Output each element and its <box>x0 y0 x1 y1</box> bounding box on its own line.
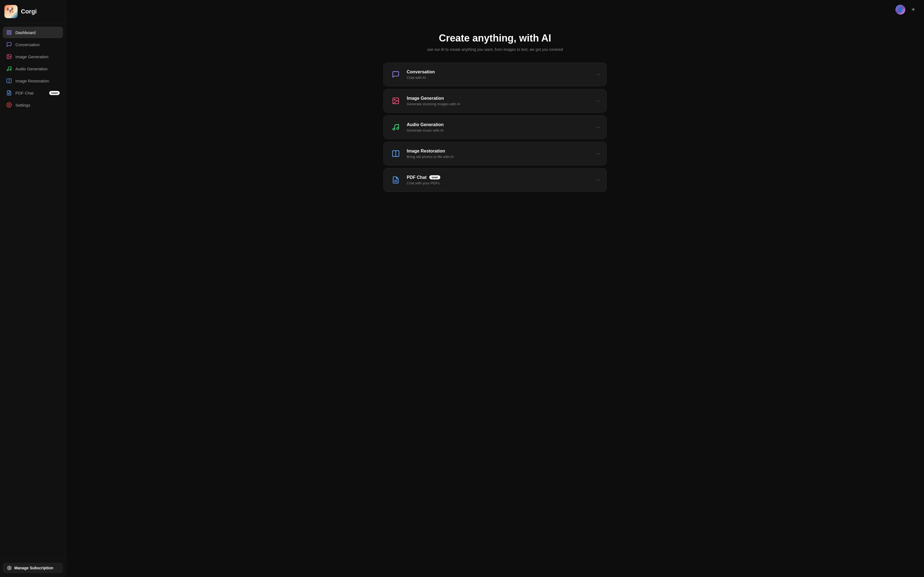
sun-icon: ☀ <box>911 6 916 13</box>
audio-generation-card-desc: Generate music with AI <box>407 128 590 132</box>
sidebar-header: Corgi <box>0 0 66 23</box>
conversation-icon <box>6 42 12 48</box>
page-subtitle: use our AI to create anything you want, … <box>383 47 607 52</box>
svg-point-12 <box>8 105 10 106</box>
pdf-chat-soon-badge: soon <box>49 91 60 95</box>
settings-icon <box>6 102 12 108</box>
conversation-card-icon <box>390 68 402 81</box>
image-restoration-card-title: Image Restoration <box>407 149 590 153</box>
sidebar-item-dashboard-label: Dashboard <box>15 30 36 35</box>
pdf-chat-icon <box>6 90 12 96</box>
svg-point-15 <box>394 99 395 100</box>
manage-subscription-button[interactable]: Manage Subscription <box>3 563 63 573</box>
feature-card-audio-generation[interactable]: Audio Generation Generate music with AI … <box>383 115 607 139</box>
page-title: Create anything, with AI <box>383 32 607 44</box>
pdf-chat-card-arrow: → <box>595 177 600 183</box>
audio-generation-card-text: Audio Generation Generate music with AI <box>407 122 590 132</box>
sidebar-item-audio-generation[interactable]: Audio Generation <box>3 63 63 74</box>
pdf-chat-card-text: PDF Chat soon Chat with your PDFs <box>407 175 590 185</box>
image-generation-icon <box>6 53 12 60</box>
sidebar-item-image-generation-label: Image Generation <box>15 55 48 59</box>
manage-subscription-label: Manage Subscription <box>14 566 53 570</box>
topbar: ☀ <box>66 0 924 19</box>
conversation-card-arrow: → <box>595 72 600 77</box>
svg-point-7 <box>10 69 11 70</box>
audio-generation-icon <box>6 66 12 72</box>
feature-card-pdf-chat[interactable]: PDF Chat soon Chat with your PDFs → <box>383 168 607 192</box>
feature-card-image-restoration[interactable]: Image Restoration Bring old photos to li… <box>383 142 607 165</box>
main-inner: Create anything, with AI use our AI to c… <box>377 19 613 205</box>
pdf-chat-card-title: PDF Chat soon <box>407 175 590 180</box>
svg-point-6 <box>7 69 8 71</box>
image-restoration-icon <box>6 78 12 84</box>
image-generation-card-title: Image Generation <box>407 96 590 101</box>
svg-rect-3 <box>10 33 11 35</box>
pdf-chat-card-soon-badge: soon <box>429 175 440 179</box>
feature-cards-list: Conversation Chat with AI → I <box>383 63 607 192</box>
app-logo <box>5 5 18 18</box>
theme-toggle-button[interactable]: ☀ <box>909 5 918 14</box>
audio-generation-card-title: Audio Generation <box>407 122 590 127</box>
sidebar-footer: Manage Subscription <box>0 559 66 577</box>
main-content: ☀ Create anything, with AI use our AI to… <box>66 0 924 577</box>
svg-rect-1 <box>10 31 11 32</box>
sidebar-item-image-restoration[interactable]: Image Restoration <box>3 75 63 87</box>
image-generation-card-desc: Generate stunning images with AI <box>407 102 590 106</box>
image-restoration-card-arrow: → <box>595 151 600 156</box>
sidebar-item-settings[interactable]: Settings <box>3 99 63 111</box>
image-restoration-card-desc: Bring old photos to life with AI <box>407 155 590 159</box>
sidebar-item-settings-label: Settings <box>15 103 30 108</box>
sidebar-item-image-generation[interactable]: Image Generation <box>3 51 63 62</box>
app-name: Corgi <box>21 8 37 15</box>
avatar[interactable] <box>895 5 905 15</box>
feature-card-image-generation[interactable]: Image Generation Generate stunning image… <box>383 89 607 113</box>
svg-point-17 <box>397 127 399 129</box>
image-generation-card-icon <box>390 95 402 107</box>
dashboard-icon <box>6 29 12 35</box>
image-generation-card-text: Image Generation Generate stunning image… <box>407 96 590 106</box>
svg-rect-0 <box>7 31 9 32</box>
audio-generation-card-arrow: → <box>595 124 600 130</box>
sidebar-nav: Dashboard Conversation Image Generation <box>0 23 66 559</box>
sidebar-item-dashboard[interactable]: Dashboard <box>3 27 63 38</box>
image-restoration-card-icon <box>390 148 402 160</box>
conversation-card-text: Conversation Chat with AI <box>407 69 590 80</box>
conversation-card-desc: Chat with AI <box>407 76 590 80</box>
conversation-card-title: Conversation <box>407 69 590 74</box>
pdf-chat-card-desc: Chat with your PDFs <box>407 181 590 185</box>
audio-generation-card-icon <box>390 121 402 133</box>
pdf-chat-card-icon <box>390 174 402 186</box>
svg-rect-2 <box>7 33 9 35</box>
sidebar-item-audio-generation-label: Audio Generation <box>15 66 48 71</box>
image-generation-card-arrow: → <box>595 98 600 104</box>
svg-point-13 <box>9 567 10 569</box>
sidebar-item-conversation-label: Conversation <box>15 42 40 47</box>
svg-point-16 <box>393 128 395 130</box>
sidebar-item-pdf-chat-label: PDF Chat <box>15 91 34 95</box>
image-restoration-card-text: Image Restoration Bring old photos to li… <box>407 149 590 159</box>
sidebar-item-conversation[interactable]: Conversation <box>3 39 63 50</box>
feature-card-conversation[interactable]: Conversation Chat with AI → <box>383 63 607 86</box>
sidebar-item-image-restoration-label: Image Restoration <box>15 79 49 83</box>
svg-point-5 <box>8 55 8 56</box>
sidebar: Corgi Dashboard Conversation <box>0 0 66 577</box>
manage-subscription-gear-icon <box>7 566 11 570</box>
sidebar-item-pdf-chat[interactable]: PDF Chat soon <box>3 87 63 98</box>
